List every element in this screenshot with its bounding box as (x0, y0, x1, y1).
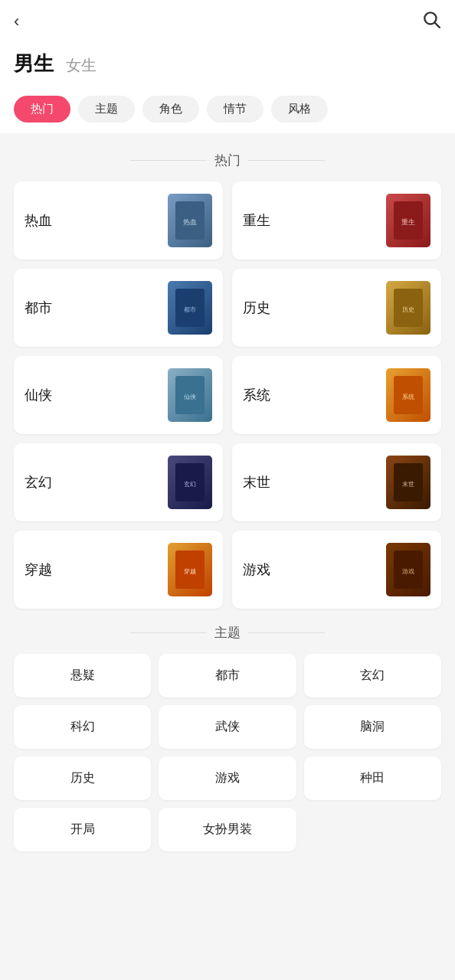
theme-card-scifi-label: 科幻 (70, 720, 95, 733)
book-card-xianxia[interactable]: 仙侠 仙侠 (14, 356, 223, 434)
svg-text:游戏: 游戏 (402, 568, 414, 575)
book-card-history-title: 历史 (243, 299, 270, 317)
hot-grid: 热血 热血 重生 重生 都市 都市 (14, 181, 441, 609)
book-cover-history: 历史 (386, 281, 430, 335)
theme-card-wuxia[interactable]: 武侠 (159, 705, 296, 749)
book-card-game[interactable]: 游戏 游戏 (232, 531, 441, 609)
theme-card-crossdress-label: 女扮男装 (203, 822, 252, 835)
book-cover-game: 游戏 (386, 543, 430, 596)
book-card-game-title: 游戏 (243, 560, 270, 579)
theme-divider-left (130, 632, 207, 633)
theme-card-mystery-label: 悬疑 (70, 668, 95, 681)
book-card-rebirth-title: 重生 (243, 211, 270, 230)
theme-card-xuanhuan[interactable]: 玄幻 (304, 654, 441, 697)
filter-tab-theme[interactable]: 主题 (78, 96, 135, 122)
book-cover-city: 都市 (168, 281, 212, 335)
book-cover-endworld: 末世 (386, 456, 430, 509)
book-cover-xuanhuan: 玄幻 (168, 456, 212, 509)
divider-left (130, 160, 207, 161)
search-icon[interactable] (421, 9, 441, 34)
book-card-endworld-title: 末世 (243, 473, 270, 492)
theme-card-brainstorm-label: 脑洞 (360, 720, 385, 733)
theme-section: 主题 悬疑 都市 玄幻 科幻 武侠 脑洞 历史 游戏 (0, 616, 455, 867)
filter-tab-role[interactable]: 角色 (142, 96, 199, 122)
theme-card-farming[interactable]: 种田 (304, 756, 441, 800)
book-card-travel[interactable]: 穿越 穿越 (14, 531, 223, 609)
book-card-city-title: 都市 (25, 299, 52, 317)
gender-female-tab[interactable]: 女生 (66, 55, 97, 76)
theme-card-game[interactable]: 游戏 (159, 756, 296, 800)
theme-card-game-label: 游戏 (215, 771, 240, 784)
book-card-xuanhuan-title: 玄幻 (25, 473, 52, 492)
book-card-hotblood-title: 热血 (25, 211, 52, 230)
gender-male-tab[interactable]: 男生 (14, 51, 54, 77)
theme-card-history[interactable]: 历史 (14, 756, 151, 800)
hot-section: 热门 热血 热血 重生 重生 都市 (0, 133, 455, 616)
svg-text:热血: 热血 (183, 218, 197, 226)
theme-card-scifi[interactable]: 科幻 (14, 705, 151, 749)
book-card-endworld[interactable]: 末世 末世 (232, 443, 441, 521)
book-card-xianxia-title: 仙侠 (25, 386, 52, 404)
theme-card-city[interactable]: 都市 (159, 654, 296, 697)
svg-text:仙侠: 仙侠 (184, 394, 196, 400)
theme-card-brainstorm[interactable]: 脑洞 (304, 705, 441, 749)
theme-row-2: 科幻 武侠 脑洞 (14, 705, 441, 749)
svg-text:重生: 重生 (401, 218, 415, 226)
filter-tab-hot[interactable]: 热门 (14, 96, 70, 122)
theme-card-mystery[interactable]: 悬疑 (14, 654, 151, 697)
theme-section-header: 主题 (14, 624, 441, 642)
hot-section-header: 热门 (14, 152, 441, 169)
book-card-system[interactable]: 系统 系统 (232, 356, 441, 434)
theme-card-history-label: 历史 (70, 771, 95, 784)
book-cover-hotblood: 热血 (168, 194, 212, 247)
gender-tabs: 男生 女生 (0, 43, 455, 85)
theme-card-xuanhuan-label: 玄幻 (360, 668, 385, 681)
filter-tabs: 热门 主题 角色 情节 风格 (0, 85, 455, 133)
theme-divider-right (248, 632, 325, 633)
theme-row-4: 开局 女扮男装 (14, 808, 441, 851)
book-card-city[interactable]: 都市 都市 (14, 269, 223, 347)
theme-card-city-label: 都市 (215, 668, 240, 681)
theme-card-start-label: 开局 (70, 822, 95, 835)
theme-section-title: 主题 (214, 624, 241, 642)
svg-text:系统: 系统 (402, 394, 414, 400)
svg-line-1 (435, 23, 440, 28)
book-cover-rebirth: 重生 (386, 194, 430, 247)
theme-card-start[interactable]: 开局 (14, 808, 151, 851)
back-icon[interactable]: ‹ (14, 11, 19, 31)
svg-text:末世: 末世 (402, 481, 414, 488)
filter-tab-style[interactable]: 风格 (271, 96, 328, 122)
book-card-history[interactable]: 历史 历史 (232, 269, 441, 347)
svg-text:玄幻: 玄幻 (184, 481, 196, 488)
book-card-rebirth[interactable]: 重生 重生 (232, 181, 441, 260)
book-card-system-title: 系统 (243, 386, 270, 404)
theme-card-wuxia-label: 武侠 (215, 720, 240, 733)
filter-tab-plot[interactable]: 情节 (207, 96, 264, 122)
book-cover-system: 系统 (386, 368, 430, 422)
book-cover-xianxia: 仙侠 (168, 368, 212, 422)
svg-text:历史: 历史 (402, 306, 414, 313)
theme-card-farming-label: 种田 (360, 771, 385, 784)
book-cover-travel: 穿越 (168, 543, 212, 596)
theme-card-crossdress[interactable]: 女扮男装 (159, 808, 296, 851)
theme-row-3: 历史 游戏 种田 (14, 756, 441, 800)
theme-row-1: 悬疑 都市 玄幻 (14, 654, 441, 697)
svg-text:都市: 都市 (184, 306, 196, 313)
book-card-travel-title: 穿越 (25, 560, 52, 579)
hot-section-title: 热门 (214, 152, 241, 169)
svg-text:穿越: 穿越 (184, 568, 196, 575)
header: ‹ (0, 0, 455, 43)
book-card-hotblood[interactable]: 热血 热血 (14, 181, 223, 260)
divider-right (248, 160, 325, 161)
book-card-xuanhuan[interactable]: 玄幻 玄幻 (14, 443, 223, 521)
